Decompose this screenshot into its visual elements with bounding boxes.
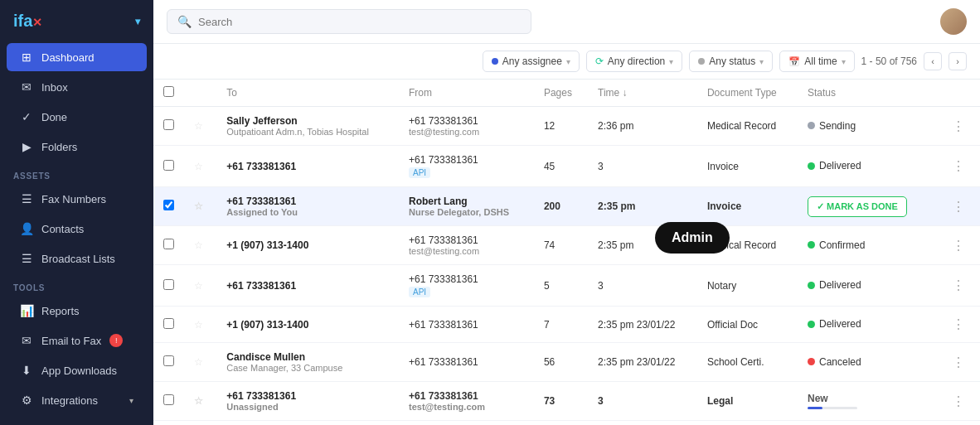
search-box[interactable]: 🔍	[167, 9, 531, 34]
assignee-filter[interactable]: Any assignee ▾	[483, 51, 580, 72]
sidebar-item-label: Folders	[41, 141, 77, 153]
page-info-label: 1 - 50 of 756	[861, 56, 917, 67]
star-icon[interactable]: ☆	[194, 395, 203, 407]
from-email: test@testing.com	[409, 127, 524, 137]
row-doc-type-cell: Legal	[697, 382, 798, 421]
sidebar-item-label: Fax Numbers	[41, 193, 106, 205]
status-dot	[698, 58, 705, 65]
sidebar-nav-item-broadcast-lists[interactable]: ☰ Broadcast Lists	[7, 244, 147, 273]
row-checkbox[interactable]	[163, 239, 174, 249]
sidebar-item-label: Dashboard	[41, 51, 95, 64]
status-dot	[808, 321, 815, 328]
row-checkbox[interactable]	[163, 355, 174, 366]
status-text: Delivered	[819, 160, 861, 171]
row-from-cell: +61 733381361	[399, 307, 534, 343]
sidebar-logo[interactable]: ifa✕ ▾	[0, 0, 153, 42]
to-name: Sally Jefferson	[226, 115, 389, 127]
star-icon[interactable]: ☆	[194, 280, 203, 292]
table-row: ☆Candisce MullenCase Manager, 33 Campuse…	[153, 343, 980, 382]
more-options-button[interactable]: ⋮	[947, 197, 970, 216]
from-number: +61 733381361	[409, 154, 524, 166]
sidebar-nav-item-fax-numbers[interactable]: ☰ Fax Numbers	[7, 185, 147, 213]
time-filter[interactable]: 📅 All time ▾	[779, 51, 854, 72]
status-filter[interactable]: Any status ▾	[689, 51, 773, 72]
row-actions: ⋮	[942, 117, 970, 136]
sidebar-nav-item-dashboard[interactable]: ⊞ Dashboard	[7, 43, 147, 71]
sidebar-nav-item-integrations[interactable]: ⚙ Integrations ▾	[7, 386, 147, 414]
star-icon[interactable]: ☆	[194, 120, 203, 132]
to-name: +61 733381361	[226, 196, 389, 207]
row-actions: ⋮	[942, 276, 970, 295]
table-header-row: To From Pages Time ↓ Document Type Statu…	[153, 80, 980, 107]
row-to-cell: +61 733381361Unassigned	[216, 382, 399, 421]
more-options-button[interactable]: ⋮	[947, 157, 970, 176]
row-checkbox-cell	[153, 107, 184, 146]
sidebar-item-label: App Downloads	[41, 365, 117, 377]
star-icon[interactable]: ☆	[194, 356, 203, 368]
row-pages-cell: 45	[534, 146, 588, 187]
row-time-cell: 3	[588, 265, 697, 307]
calendar-icon: 📅	[788, 56, 800, 67]
row-actions-cell: ⋮	[932, 187, 980, 226]
sidebar-nav-item-reports[interactable]: 📊 Reports	[7, 297, 147, 325]
row-to-cell: +61 733381361	[216, 146, 399, 187]
row-time-cell: 2:35 pm 23/01/22	[588, 307, 697, 343]
row-checkbox[interactable]	[163, 279, 174, 290]
from-email: test@testing.com	[409, 246, 524, 256]
row-star-cell: ☆	[184, 265, 216, 307]
more-options-button[interactable]: ⋮	[947, 276, 970, 295]
sidebar-item-label: Done	[41, 111, 67, 123]
direction-chevron-icon: ▾	[669, 57, 673, 66]
sidebar-chevron-icon[interactable]: ▾	[135, 16, 140, 27]
more-options-button[interactable]: ⋮	[947, 392, 970, 411]
row-pages-cell: 73	[534, 382, 588, 421]
star-icon[interactable]: ☆	[194, 239, 203, 251]
next-page-button[interactable]: ›	[948, 52, 967, 70]
from-sub: Nurse Delegator, DSHS	[409, 207, 524, 217]
star-icon[interactable]: ☆	[194, 200, 203, 212]
header-to: To	[216, 80, 399, 107]
row-from-cell: +61 733381361test@testing.com	[399, 382, 534, 421]
row-actions-cell: ⋮	[932, 226, 980, 265]
row-checkbox-cell	[153, 343, 184, 382]
row-from-cell: Robert LangNurse Delegator, DSHS	[399, 187, 534, 226]
header-actions	[932, 80, 980, 107]
mark-as-done-button[interactable]: ✓ MARK AS DONE	[808, 196, 907, 217]
more-options-button[interactable]: ⋮	[947, 117, 970, 136]
sidebar-nav-item-developer-api[interactable]: </> Developer API ▾	[7, 416, 147, 425]
assignee-dot	[492, 58, 498, 65]
more-options-button[interactable]: ⋮	[947, 315, 970, 334]
star-icon[interactable]: ☆	[194, 319, 203, 331]
row-to-cell: Sally JeffersonOutpatioant Adm.n, Tobias…	[216, 107, 399, 146]
sidebar-nav-item-folders[interactable]: ▶ Folders	[7, 133, 147, 161]
select-all-checkbox[interactable]	[163, 86, 174, 97]
status-text: Canceled	[819, 356, 861, 368]
row-from-cell: +61 733381361API	[399, 265, 534, 307]
sidebar-nav-item-done[interactable]: ✓ Done	[7, 103, 147, 131]
row-from-cell: +61 733381361API	[399, 146, 534, 187]
sidebar-nav-item-inbox[interactable]: ✉ Inbox	[7, 73, 147, 101]
row-checkbox[interactable]	[163, 119, 174, 130]
star-icon[interactable]: ☆	[194, 161, 203, 172]
to-name: Candisce Mullen	[226, 351, 389, 363]
direction-filter[interactable]: ⟳ Any direction ▾	[586, 51, 682, 72]
row-checkbox[interactable]	[163, 160, 174, 171]
header-status: Status	[798, 80, 932, 107]
prev-page-button[interactable]: ‹	[924, 52, 942, 70]
search-input[interactable]	[198, 16, 521, 28]
more-options-button[interactable]: ⋮	[947, 236, 970, 255]
sidebar-nav-item-app-downloads[interactable]: ⬇ App Downloads	[7, 356, 147, 384]
from-email: test@testing.com	[409, 402, 524, 412]
row-pages-cell: 74	[534, 226, 588, 265]
to-sub: Outpatioant Adm.n, Tobias Hospital	[226, 127, 389, 137]
sidebar-nav-item-contacts[interactable]: 👤 Contacts	[7, 215, 147, 243]
row-time-cell: 3	[588, 382, 697, 421]
table-row: ☆+61 733381361Unassigned+61 733381361tes…	[153, 382, 980, 421]
row-status-cell: Delivered	[798, 265, 932, 307]
more-options-button[interactable]: ⋮	[947, 353, 970, 372]
row-checkbox[interactable]	[163, 318, 174, 329]
row-checkbox[interactable]	[163, 200, 174, 210]
sidebar-nav-item-email-to-fax[interactable]: ✉ Email to Fax !	[7, 326, 147, 355]
search-icon: 🔍	[177, 15, 192, 28]
row-checkbox[interactable]	[163, 394, 174, 405]
